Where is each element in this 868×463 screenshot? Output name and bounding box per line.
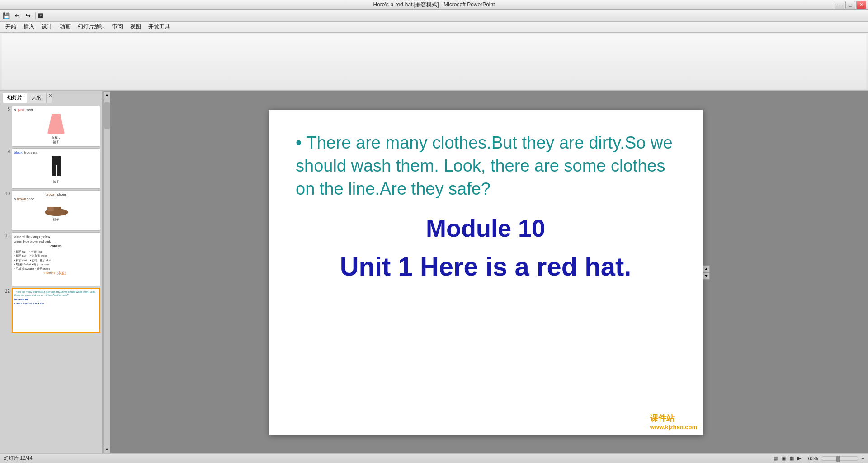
- view-slide-sorter[interactable]: ▣: [781, 455, 786, 461]
- slide-num-12: 12: [3, 289, 10, 294]
- slide-preview-9[interactable]: black trousers 裤子: [12, 148, 100, 189]
- quick-access-toolbar: 💾 ↩ ↪ 🅿: [0, 10, 868, 22]
- slide10-item: shoes: [57, 192, 66, 196]
- slide-preview-8[interactable]: a pink skirt 女裙，裙子: [12, 106, 100, 147]
- watermark: 课件站 www.kjzhan.com: [650, 413, 697, 430]
- svg-rect-1: [52, 164, 56, 176]
- maximize-button[interactable]: □: [845, 1, 855, 9]
- watermark-url: www.kjzhan.com: [650, 424, 697, 430]
- main-scroll-down[interactable]: ▼: [703, 272, 710, 280]
- slide10-cn: 鞋子: [14, 217, 98, 222]
- main-scroll-up[interactable]: ▲: [703, 265, 710, 272]
- zoom-in[interactable]: +: [862, 456, 864, 461]
- svg-rect-5: [47, 207, 54, 211]
- slide10-a-brown: a brown shoe: [14, 197, 98, 201]
- slide9-color: black: [14, 150, 23, 154]
- vocab-list: • 帽子 hat • 外套 coat • 帽子 cap • 连衣裙 dress …: [14, 250, 98, 271]
- slide-num-9: 9: [3, 149, 10, 154]
- trousers-container: [14, 156, 98, 178]
- minimize-button[interactable]: ─: [835, 1, 844, 9]
- watermark-brand: 课件站: [650, 413, 697, 424]
- slide-bullet-text: There are many clothes.But they are dirt…: [296, 131, 675, 201]
- slide-preview-10[interactable]: brown shoes a brown shoe 鞋子: [12, 190, 100, 231]
- slide12-unit: Unit 1 Here is a red hat.: [14, 302, 98, 305]
- slide-thumb-11[interactable]: 11 black white orange yellow green blue …: [3, 232, 100, 286]
- close-button[interactable]: ✕: [856, 1, 866, 9]
- view-slideshow[interactable]: ▶: [797, 455, 801, 461]
- zoom-thumb[interactable]: [836, 456, 840, 462]
- main-slide-area: There are many clothes.But they are dirt…: [110, 91, 868, 453]
- slide-canvas[interactable]: There are many clothes.But they are dirt…: [269, 110, 703, 435]
- undo-icon[interactable]: ↩: [13, 11, 22, 20]
- menu-insert[interactable]: 插入: [20, 22, 38, 32]
- slide-preview-11[interactable]: black white orange yellow green blue bro…: [12, 232, 100, 286]
- window-title: Here's-a-red-hat.[兼容模式] - Microsoft Powe…: [373, 1, 495, 9]
- slide-preview-12[interactable]: There are many clothes.But they are dirt…: [12, 288, 100, 333]
- slide-thumb-9[interactable]: 9 black trousers 裤子: [3, 148, 100, 189]
- svg-rect-0: [52, 156, 61, 165]
- slides-panel-header: 幻灯片 大纲 ✕: [3, 93, 100, 105]
- slide-num-11: 11: [3, 233, 10, 238]
- status-bar: 幻灯片 12/44 ▤ ▣ ▦ ▶ 63% +: [0, 453, 868, 463]
- slide9-item: trousers: [24, 150, 38, 154]
- title-bar: Here's-a-red-hat.[兼容模式] - Microsoft Powe…: [0, 0, 868, 10]
- slide-count: 幻灯片 12/44: [4, 455, 33, 462]
- workspace: 幻灯片 大纲 ✕ 8 a pink skirt 女裙，裙子: [0, 91, 868, 453]
- colours-title: colours: [14, 244, 98, 249]
- shoe-container: [14, 202, 98, 216]
- menu-developer[interactable]: 开发工具: [145, 22, 174, 32]
- slide11-colours: black white orange yellow green blue bro…: [14, 234, 98, 276]
- slide-thumb-8[interactable]: 8 a pink skirt 女裙，裙子: [3, 106, 100, 147]
- panel-close-icon[interactable]: ✕: [48, 93, 52, 103]
- slide8-item: skirt: [26, 108, 33, 112]
- view-reading[interactable]: ▦: [789, 455, 794, 461]
- tab-slides[interactable]: 幻灯片: [3, 93, 27, 103]
- ribbon-placeholder: [2, 34, 866, 89]
- slide12-bullet: There are many clothes.But they are dirt…: [14, 290, 98, 297]
- scroll-down-arrow[interactable]: ▼: [104, 446, 111, 453]
- clothes-link[interactable]: Clothes（衣服）: [14, 271, 98, 276]
- slides-scrollbar[interactable]: ▲ ▼: [103, 91, 110, 453]
- menu-start[interactable]: 开始: [2, 22, 20, 32]
- slide8-cn: 女裙，裙子: [14, 136, 98, 145]
- svg-rect-2: [57, 164, 61, 176]
- slide-thumb-10[interactable]: 10 brown shoes a brown shoe: [3, 190, 100, 231]
- slide-thumb-12[interactable]: 12 There are many clothes.But they are d…: [3, 288, 100, 333]
- window-controls: ─ □ ✕: [835, 1, 866, 9]
- scroll-up-arrow[interactable]: ▲: [104, 91, 111, 98]
- shoe-shape: [44, 202, 69, 216]
- menu-review[interactable]: 审阅: [108, 22, 127, 32]
- skirt-container: [14, 114, 98, 134]
- scrollbar-thumb[interactable]: [104, 102, 110, 129]
- slide9-cn: 裤子: [14, 180, 98, 184]
- zoom-slider[interactable]: [822, 456, 858, 461]
- tab-outline[interactable]: 大纲: [27, 93, 47, 103]
- save-icon[interactable]: 💾: [2, 11, 11, 20]
- app-logo-text: 🅿: [38, 13, 43, 19]
- skirt-shape: [47, 114, 65, 134]
- slide8-a: a: [14, 108, 16, 112]
- trousers-shape: [50, 156, 62, 178]
- ribbon: [0, 33, 868, 91]
- slides-sidebar: 幻灯片 大纲 ✕ 8 a pink skirt 女裙，裙子: [0, 91, 110, 453]
- slide12-module: Module 10: [14, 298, 98, 301]
- menu-animation[interactable]: 动画: [56, 22, 74, 32]
- view-normal[interactable]: ▤: [773, 455, 778, 461]
- menu-view[interactable]: 视图: [127, 22, 145, 32]
- slide10-color: brown: [45, 192, 55, 196]
- slide-num-10: 10: [3, 191, 10, 196]
- menu-design[interactable]: 设计: [38, 22, 56, 32]
- slide-module-title: Module 10: [296, 214, 675, 242]
- redo-icon[interactable]: ↪: [24, 11, 33, 20]
- toolbar-separator: [35, 12, 36, 19]
- slides-panel: 幻灯片 大纲 ✕ 8 a pink skirt 女裙，裙子: [0, 91, 103, 453]
- menu-slideshow[interactable]: 幻灯片放映: [74, 22, 108, 32]
- slide-num-8: 8: [3, 107, 10, 112]
- slide8-color: pink: [18, 108, 24, 112]
- main-scrollbar[interactable]: ▲ ▼: [703, 265, 710, 280]
- slide-unit-title: Unit 1 Here is a red hat.: [296, 251, 675, 281]
- zoom-level: 63%: [808, 456, 818, 461]
- slide-tabs: 幻灯片 大纲 ✕: [3, 93, 52, 103]
- colours-row1: black white orange yellow: [14, 234, 98, 239]
- menu-bar: 开始 插入 设计 动画 幻灯片放映 审阅 视图 开发工具: [0, 22, 868, 33]
